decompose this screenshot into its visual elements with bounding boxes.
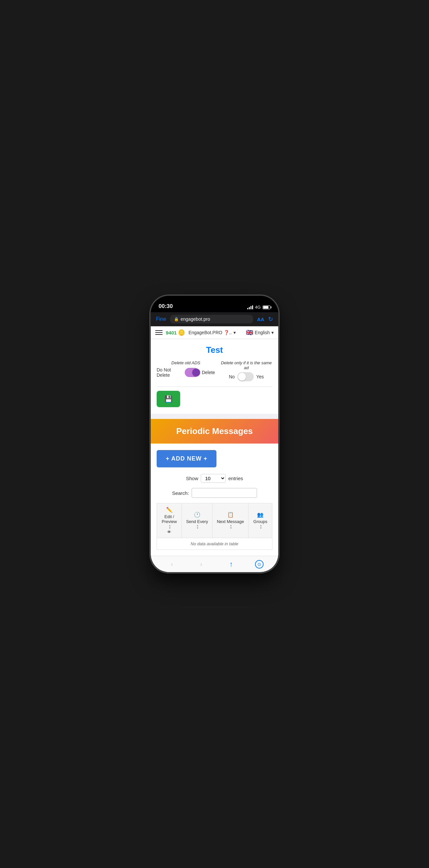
credits-value: 9401 [166,330,176,336]
battery-icon [263,305,270,309]
save-button[interactable]: 💾 [157,391,180,407]
url-display: engagebot.pro [180,316,210,322]
browser-chrome: Fine 🔒 engagebot.pro AA ↻ 9401 [151,312,278,339]
show-label: Show [186,475,198,481]
toolbar: 9401 🪙 EngageBot.PRO ❓.. ▾ 🇬🇧 English ▾ [151,326,278,339]
same-ad-toggle[interactable] [237,372,254,381]
credits-display: 9401 🪙 [166,329,185,336]
entries-select[interactable]: 10 25 50 100 [201,474,226,483]
signal-bars-icon [247,305,253,309]
col-edit-label: Edit / [164,514,174,519]
no-label: No [229,374,235,379]
col-next-message: 📋 Next Message ▲▼ [212,503,249,538]
col-send-every: 🕐 Send Every ▲▼ [182,503,212,538]
delete-old-ads-toggle[interactable] [185,368,199,377]
do-not-delete-label: Do Not Delete [157,367,182,378]
dropdown-arrow-icon: ▾ [233,330,236,335]
browser-url-bar[interactable]: 🔒 engagebot.pro [170,315,253,323]
browser-controls: AA ↻ [257,315,273,323]
platform-dropdown[interactable]: EngageBot.PRO ❓.. ▾ [188,330,243,335]
delete-same-ad-group: Delete only if it is the same ad No Yes [220,360,272,381]
search-row: Search: [157,488,272,498]
bottom-nav: ‹ › ↑ ⊙ [151,556,278,572]
lock-icon: 🔒 [174,317,179,321]
lang-dropdown-arrow-icon: ▾ [271,330,274,335]
share-button[interactable]: ↑ [224,557,238,571]
periodic-messages-title: Periodic Messages [157,426,272,436]
periodic-messages-body: + ADD NEW + Show 10 25 50 100 entries Se… [151,443,278,556]
save-icon: 💾 [164,395,173,403]
search-label: Search: [172,490,189,496]
language-label: English [255,330,270,335]
edit-icon: ✏️ [160,507,179,513]
col-groups: 👥 Groups ▲▼ [249,503,272,538]
notch [190,296,239,307]
data-table: ✏️ Edit / Preview ▲▼ 👁 🕐 Send Every [157,503,272,550]
language-dropdown[interactable]: 🇬🇧 English ▾ [246,329,274,336]
sort-arrows-edit[interactable]: ▲▼ [168,524,171,530]
table-header-row: ✏️ Edit / Preview ▲▼ 👁 🕐 Send Every [157,503,272,538]
back-button[interactable]: ‹ [165,558,178,570]
col-preview-label: Preview [162,519,177,524]
status-icons: 4G [247,305,270,310]
settings-card: Test Delete old ADS Do Not Delete Delete [151,338,278,414]
status-time: 00:30 [159,303,173,310]
entries-label: entries [228,475,243,481]
col-send-every-label: Send Every [186,519,208,524]
sort-arrows-groups[interactable]: ▲▼ [260,524,262,530]
yes-label: Yes [256,374,264,379]
periodic-messages-header: Periodic Messages [151,419,278,443]
delete-same-ad-label: Delete only if it is the same ad [220,360,272,370]
page-content: Test Delete old ADS Do Not Delete Delete [151,338,278,556]
eye-icon: 👁 [167,530,171,534]
refresh-button[interactable]: ↻ [268,315,273,323]
delete-old-ads-label: Delete old ADS [171,360,200,365]
menu-icon[interactable] [155,330,163,335]
next-msg-icon: 📋 [215,512,245,518]
card-title: Test [157,345,272,355]
font-size-button[interactable]: AA [257,316,264,322]
no-data-row: No data available in table [157,538,272,550]
sort-arrows-send[interactable]: ▲▼ [196,524,199,530]
add-new-button[interactable]: + ADD NEW + [157,450,217,467]
groups-icon: 👥 [251,512,269,518]
col-groups-label: Groups [254,519,267,524]
same-ad-toggle-row: No Yes [229,372,264,381]
clock-icon: 🕐 [185,512,209,518]
col-next-message-label: Next Message [217,519,244,524]
browser-back-button[interactable]: Fine [156,316,166,322]
periodic-messages-section: Periodic Messages + ADD NEW + Show 10 25… [151,419,278,556]
compass-icon: ⊙ [257,562,261,567]
platform-name: EngageBot.PRO ❓.. [188,330,231,335]
col-edit-preview: ✏️ Edit / Preview ▲▼ 👁 [157,503,182,538]
delete-old-ads-group: Delete old ADS Do Not Delete Delete [157,360,215,378]
delete-old-toggle-row: Do Not Delete Delete [157,367,215,378]
browser-top-bar: Fine 🔒 engagebot.pro AA ↻ [151,312,278,326]
compass-button[interactable]: ⊙ [255,560,264,568]
delete-label: Delete [202,370,215,375]
no-data-cell: No data available in table [157,538,272,550]
sort-arrows-next[interactable]: ▲▼ [230,524,232,530]
search-input[interactable] [192,488,257,498]
flag-icon: 🇬🇧 [246,329,253,336]
show-entries-row: Show 10 25 50 100 entries [157,474,272,483]
forward-button[interactable]: › [195,558,208,570]
divider [157,386,272,387]
network-type: 4G [255,305,261,310]
toggle-row: Delete old ADS Do Not Delete Delete Dele… [157,360,272,381]
coin-icon: 🪙 [178,329,185,336]
